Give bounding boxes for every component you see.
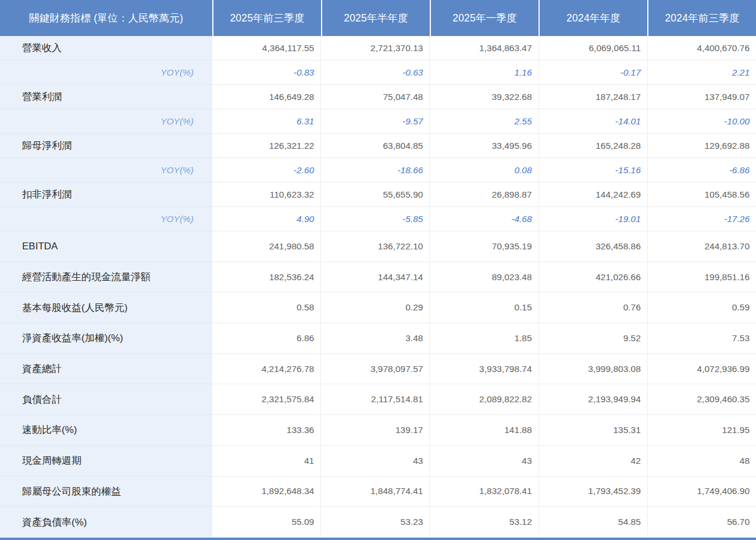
- metric-value: 144,347.14: [320, 262, 429, 293]
- metric-value: 1.16: [429, 60, 538, 85]
- metric-value: 0.08: [429, 158, 538, 183]
- metric-value: 129,692.88: [647, 134, 756, 158]
- metric-value: 1,749,406.90: [647, 477, 756, 507]
- metric-value: 1,848,774.41: [320, 477, 429, 507]
- period-column-header-1: 2025年前三季度: [212, 0, 321, 36]
- metric-value: -2.60: [212, 158, 320, 183]
- table-row: 經營活動產生的現金流量淨額 182,536.24 144,347.14 89,0…: [0, 262, 756, 293]
- metric-value: 3.48: [320, 323, 429, 354]
- metric-value: 0.15: [429, 292, 538, 323]
- metric-value: 121.95: [647, 415, 756, 446]
- metric-value: 421,026.66: [539, 262, 647, 293]
- metric-value: 43: [320, 446, 429, 477]
- metric-value: 0.58: [212, 292, 320, 323]
- yoy-label: YOY(%): [0, 207, 212, 231]
- metric-value: -17.26: [647, 207, 756, 231]
- table-row: 負債合計 2,321,575.84 2,117,514.81 2,089,822…: [0, 384, 756, 415]
- metric-value: 7.53: [647, 323, 756, 354]
- metric-value: 70,935.19: [429, 231, 538, 262]
- metric-value: 6.31: [212, 109, 320, 134]
- metric-value: 55.09: [212, 507, 320, 538]
- table-row: 扣非淨利潤 110,623.32 55,655.90 26,898.87 144…: [0, 183, 756, 207]
- metric-value: 141.88: [429, 415, 538, 446]
- metric-value: 2.55: [429, 109, 538, 134]
- table-row: 現金周轉週期 41 43 43 42 48: [0, 446, 756, 477]
- metric-value: 63,804.85: [320, 134, 429, 158]
- metric-value: 144,242.69: [539, 183, 647, 207]
- metric-value: 4,400,670.76: [647, 36, 756, 60]
- metric-value: 244,813.70: [647, 231, 756, 262]
- metric-value: 165,248.28: [539, 134, 647, 158]
- metric-label: 資產負債率(%): [0, 507, 212, 538]
- table-row: 速動比率(%) 133.36 139.17 141.88 135.31 121.…: [0, 415, 756, 446]
- metric-value: 39,322.68: [429, 85, 538, 109]
- metric-label: 基本每股收益(人民幣元): [0, 292, 212, 323]
- metric-value: 199,851.16: [647, 262, 756, 293]
- metric-value: 135.31: [539, 415, 647, 446]
- period-column-header-3: 2025年一季度: [430, 0, 539, 36]
- metric-value: 75,047.48: [320, 85, 429, 109]
- metric-value: 9.52: [539, 323, 647, 354]
- metric-value: 3,978,097.57: [320, 354, 429, 385]
- metric-value: -0.17: [539, 60, 647, 85]
- table-header-row: 關鍵財務指標 (單位：人民幣萬元) 2025年前三季度 2025年半年度 202…: [0, 0, 756, 36]
- period-column-header-4: 2024年年度: [539, 0, 647, 36]
- metric-label: 速動比率(%): [0, 415, 212, 446]
- metric-value: 182,536.24: [212, 262, 320, 293]
- table-row: YOY(%) -2.60 -18.66 0.08 -15.16 -6.86: [0, 158, 756, 183]
- metric-value: 2,721,370.13: [320, 36, 429, 60]
- metric-value: 0.59: [647, 292, 756, 323]
- metric-label: EBITDA: [0, 231, 212, 262]
- table-row: 資產總計 4,214,276.78 3,978,097.57 3,933,798…: [0, 354, 756, 385]
- metric-value: 0.76: [539, 292, 647, 323]
- metric-value: 55,655.90: [320, 183, 429, 207]
- metric-value: 326,458.86: [539, 231, 647, 262]
- metric-value: 2,117,514.81: [320, 384, 429, 415]
- period-column-header-5: 2024年前三季度: [647, 0, 756, 36]
- metric-value: -5.85: [320, 207, 429, 231]
- metric-value: 26,898.87: [429, 183, 538, 207]
- metric-value: 33,495.96: [429, 134, 538, 158]
- metric-label: 營業收入: [0, 36, 212, 60]
- metric-value: 110,623.32: [212, 183, 320, 207]
- bottom-accent-bar: [0, 538, 756, 540]
- metric-value: -9.57: [320, 109, 429, 134]
- metric-value: 241,980.58: [212, 231, 320, 262]
- metric-column-header: 關鍵財務指標 (單位：人民幣萬元): [0, 0, 212, 36]
- metric-value: 136,722.10: [320, 231, 429, 262]
- metric-label: 歸母淨利潤: [0, 134, 212, 158]
- yoy-label: YOY(%): [0, 109, 212, 134]
- metric-value: 43: [429, 446, 538, 477]
- metric-value: 3,999,803.08: [539, 354, 647, 385]
- metric-label: 負債合計: [0, 384, 212, 415]
- metric-value: 1,892,648.34: [212, 477, 320, 507]
- metric-label: 現金周轉週期: [0, 446, 212, 477]
- metric-value: -10.00: [647, 109, 756, 134]
- metric-label: 經營活動產生的現金流量淨額: [0, 262, 212, 293]
- metric-value: -15.16: [539, 158, 647, 183]
- table-row: 淨資產收益率(加權)(%) 6.86 3.48 1.85 9.52 7.53: [0, 323, 756, 354]
- metric-value: -14.01: [539, 109, 647, 134]
- table-row: YOY(%) 4.90 -5.85 -4.68 -19.01 -17.26: [0, 207, 756, 231]
- metric-value: 3,933,798.74: [429, 354, 538, 385]
- metric-value: 133.36: [212, 415, 320, 446]
- table-row: 營業收入 4,364,117.55 2,721,370.13 1,364,863…: [0, 36, 756, 60]
- table-row: 基本每股收益(人民幣元) 0.58 0.29 0.15 0.76 0.59: [0, 292, 756, 323]
- metric-value: 2,193,949.94: [539, 384, 647, 415]
- metric-value: 1,832,078.41: [429, 477, 538, 507]
- financial-table: 關鍵財務指標 (單位：人民幣萬元) 2025年前三季度 2025年半年度 202…: [0, 0, 756, 540]
- metric-value: 89,023.48: [429, 262, 538, 293]
- metric-label: 扣非淨利潤: [0, 183, 212, 207]
- metric-value: -4.68: [429, 207, 538, 231]
- metric-value: 0.29: [320, 292, 429, 323]
- metric-value: 2,321,575.84: [212, 384, 320, 415]
- table-row: 歸母淨利潤 126,321.22 63,804.85 33,495.96 165…: [0, 134, 756, 158]
- yoy-label: YOY(%): [0, 60, 212, 85]
- metric-value: 2,309,460.35: [647, 384, 756, 415]
- metric-value: 4,072,936.99: [647, 354, 756, 385]
- metric-value: 56.70: [647, 507, 756, 538]
- metric-value: -6.86: [647, 158, 756, 183]
- metric-value: 146,649.28: [212, 85, 320, 109]
- period-column-header-2: 2025年半年度: [321, 0, 430, 36]
- table-body: 營業收入 4,364,117.55 2,721,370.13 1,364,863…: [0, 36, 756, 538]
